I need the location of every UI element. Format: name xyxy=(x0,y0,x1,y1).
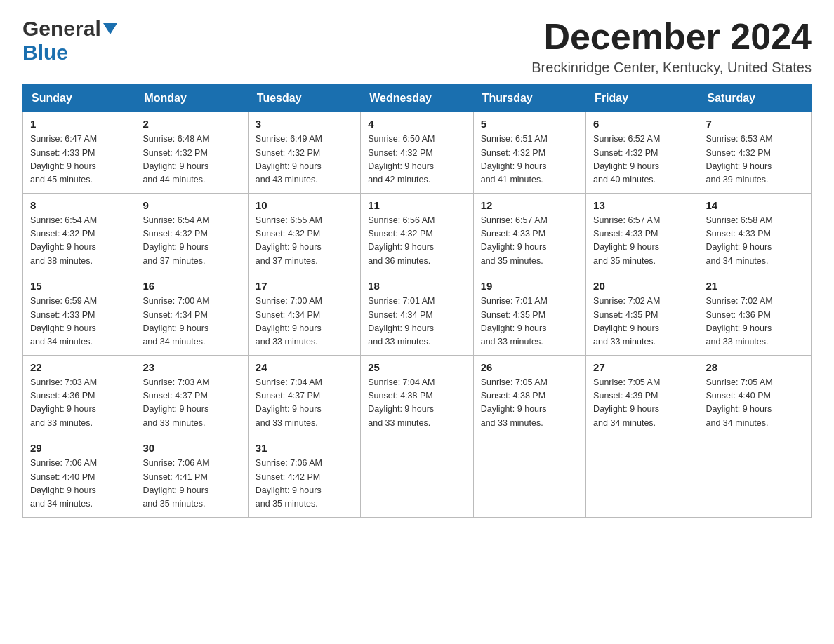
logo-triangle-icon xyxy=(103,23,117,37)
day-sun-info: Sunrise: 6:57 AMSunset: 4:33 PMDaylight:… xyxy=(593,214,691,269)
day-sun-info: Sunrise: 6:53 AMSunset: 4:32 PMDaylight:… xyxy=(706,133,804,187)
day-sun-info: Sunrise: 6:54 AMSunset: 4:32 PMDaylight:… xyxy=(30,214,128,269)
calendar-day-cell: 7Sunrise: 6:53 AMSunset: 4:32 PMDaylight… xyxy=(699,112,811,194)
calendar-week-row: 1Sunrise: 6:47 AMSunset: 4:33 PMDaylight… xyxy=(23,112,812,194)
calendar-day-cell: 27Sunrise: 7:05 AMSunset: 4:39 PMDayligh… xyxy=(586,355,699,436)
location-title: Breckinridge Center, Kentucky, United St… xyxy=(531,60,812,76)
calendar-week-row: 22Sunrise: 7:03 AMSunset: 4:36 PMDayligh… xyxy=(23,355,812,436)
day-number: 18 xyxy=(368,280,465,292)
day-sun-info: Sunrise: 7:06 AMSunset: 4:42 PMDaylight:… xyxy=(256,457,353,511)
day-sun-info: Sunrise: 7:04 AMSunset: 4:38 PMDaylight:… xyxy=(368,376,465,431)
day-number: 19 xyxy=(481,280,578,292)
calendar-day-cell: 19Sunrise: 7:01 AMSunset: 4:35 PMDayligh… xyxy=(473,274,585,356)
svg-marker-0 xyxy=(103,23,117,34)
calendar-day-cell xyxy=(586,436,699,518)
day-sun-info: Sunrise: 7:03 AMSunset: 4:36 PMDaylight:… xyxy=(30,376,128,431)
day-sun-info: Sunrise: 7:05 AMSunset: 4:40 PMDaylight:… xyxy=(706,376,804,431)
calendar-day-cell: 17Sunrise: 7:00 AMSunset: 4:34 PMDayligh… xyxy=(248,274,360,356)
day-sun-info: Sunrise: 7:02 AMSunset: 4:35 PMDaylight:… xyxy=(593,295,691,349)
day-of-week-header: Saturday xyxy=(699,85,811,112)
day-number: 7 xyxy=(706,118,804,130)
calendar-day-cell: 28Sunrise: 7:05 AMSunset: 4:40 PMDayligh… xyxy=(699,355,811,436)
day-number: 2 xyxy=(143,118,240,130)
day-of-week-header: Tuesday xyxy=(248,85,360,112)
calendar-day-cell: 23Sunrise: 7:03 AMSunset: 4:37 PMDayligh… xyxy=(135,355,248,436)
day-number: 4 xyxy=(368,118,465,130)
day-number: 23 xyxy=(143,361,240,373)
day-number: 12 xyxy=(481,199,578,211)
calendar-day-cell: 13Sunrise: 6:57 AMSunset: 4:33 PMDayligh… xyxy=(586,193,699,274)
day-number: 9 xyxy=(143,199,240,211)
day-sun-info: Sunrise: 7:06 AMSunset: 4:40 PMDaylight:… xyxy=(30,457,128,511)
calendar-day-cell xyxy=(473,436,585,518)
calendar-header-row: SundayMondayTuesdayWednesdayThursdayFrid… xyxy=(23,85,812,112)
day-sun-info: Sunrise: 6:58 AMSunset: 4:33 PMDaylight:… xyxy=(706,214,804,269)
day-of-week-header: Thursday xyxy=(473,85,585,112)
day-number: 26 xyxy=(481,361,578,373)
day-number: 16 xyxy=(143,280,240,292)
calendar-day-cell: 8Sunrise: 6:54 AMSunset: 4:32 PMDaylight… xyxy=(23,193,135,274)
day-sun-info: Sunrise: 7:02 AMSunset: 4:36 PMDaylight:… xyxy=(706,295,804,349)
title-section: December 2024 Breckinridge Center, Kentu… xyxy=(531,17,812,76)
calendar-day-cell: 30Sunrise: 7:06 AMSunset: 4:41 PMDayligh… xyxy=(135,436,248,518)
day-number: 14 xyxy=(706,199,804,211)
day-number: 21 xyxy=(706,280,804,292)
day-number: 8 xyxy=(30,199,128,211)
day-number: 30 xyxy=(143,442,240,454)
day-of-week-header: Friday xyxy=(586,85,699,112)
day-sun-info: Sunrise: 6:47 AMSunset: 4:33 PMDaylight:… xyxy=(30,133,128,187)
day-sun-info: Sunrise: 7:01 AMSunset: 4:35 PMDaylight:… xyxy=(481,295,578,349)
logo: General Blue xyxy=(22,17,117,65)
calendar-day-cell: 3Sunrise: 6:49 AMSunset: 4:32 PMDaylight… xyxy=(248,112,360,194)
day-number: 27 xyxy=(593,361,691,373)
calendar-table: SundayMondayTuesdayWednesdayThursdayFrid… xyxy=(22,84,812,518)
calendar-week-row: 29Sunrise: 7:06 AMSunset: 4:40 PMDayligh… xyxy=(23,436,812,518)
logo-blue-text: Blue xyxy=(22,41,68,64)
day-sun-info: Sunrise: 6:59 AMSunset: 4:33 PMDaylight:… xyxy=(30,295,128,349)
day-number: 22 xyxy=(30,361,128,373)
day-sun-info: Sunrise: 7:00 AMSunset: 4:34 PMDaylight:… xyxy=(143,295,240,349)
day-number: 10 xyxy=(256,199,353,211)
day-sun-info: Sunrise: 6:51 AMSunset: 4:32 PMDaylight:… xyxy=(481,133,578,187)
day-sun-info: Sunrise: 6:56 AMSunset: 4:32 PMDaylight:… xyxy=(368,214,465,269)
calendar-day-cell: 6Sunrise: 6:52 AMSunset: 4:32 PMDaylight… xyxy=(586,112,699,194)
day-of-week-header: Wednesday xyxy=(361,85,473,112)
calendar-day-cell: 24Sunrise: 7:04 AMSunset: 4:37 PMDayligh… xyxy=(248,355,360,436)
calendar-day-cell: 1Sunrise: 6:47 AMSunset: 4:33 PMDaylight… xyxy=(23,112,135,194)
calendar-day-cell: 11Sunrise: 6:56 AMSunset: 4:32 PMDayligh… xyxy=(361,193,473,274)
calendar-day-cell: 4Sunrise: 6:50 AMSunset: 4:32 PMDaylight… xyxy=(361,112,473,194)
calendar-day-cell: 25Sunrise: 7:04 AMSunset: 4:38 PMDayligh… xyxy=(361,355,473,436)
day-number: 17 xyxy=(256,280,353,292)
day-number: 28 xyxy=(706,361,804,373)
page-header: General Blue December 2024 Breckinridge … xyxy=(22,17,812,76)
calendar-week-row: 15Sunrise: 6:59 AMSunset: 4:33 PMDayligh… xyxy=(23,274,812,356)
day-number: 24 xyxy=(256,361,353,373)
day-sun-info: Sunrise: 6:50 AMSunset: 4:32 PMDaylight:… xyxy=(368,133,465,187)
calendar-day-cell: 5Sunrise: 6:51 AMSunset: 4:32 PMDaylight… xyxy=(473,112,585,194)
day-sun-info: Sunrise: 6:57 AMSunset: 4:33 PMDaylight:… xyxy=(481,214,578,269)
day-number: 11 xyxy=(368,199,465,211)
day-sun-info: Sunrise: 6:55 AMSunset: 4:32 PMDaylight:… xyxy=(256,214,353,269)
day-sun-info: Sunrise: 6:49 AMSunset: 4:32 PMDaylight:… xyxy=(256,133,353,187)
calendar-day-cell: 9Sunrise: 6:54 AMSunset: 4:32 PMDaylight… xyxy=(135,193,248,274)
day-sun-info: Sunrise: 6:48 AMSunset: 4:32 PMDaylight:… xyxy=(143,133,240,187)
calendar-day-cell: 14Sunrise: 6:58 AMSunset: 4:33 PMDayligh… xyxy=(699,193,811,274)
day-number: 29 xyxy=(30,442,128,454)
day-sun-info: Sunrise: 7:03 AMSunset: 4:37 PMDaylight:… xyxy=(143,376,240,431)
day-sun-info: Sunrise: 7:01 AMSunset: 4:34 PMDaylight:… xyxy=(368,295,465,349)
day-sun-info: Sunrise: 7:05 AMSunset: 4:38 PMDaylight:… xyxy=(481,376,578,431)
day-number: 15 xyxy=(30,280,128,292)
calendar-day-cell: 26Sunrise: 7:05 AMSunset: 4:38 PMDayligh… xyxy=(473,355,585,436)
day-number: 3 xyxy=(256,118,353,130)
calendar-day-cell: 2Sunrise: 6:48 AMSunset: 4:32 PMDaylight… xyxy=(135,112,248,194)
day-sun-info: Sunrise: 7:06 AMSunset: 4:41 PMDaylight:… xyxy=(143,457,240,511)
calendar-day-cell: 22Sunrise: 7:03 AMSunset: 4:36 PMDayligh… xyxy=(23,355,135,436)
calendar-day-cell xyxy=(361,436,473,518)
day-of-week-header: Sunday xyxy=(23,85,135,112)
calendar-day-cell: 10Sunrise: 6:55 AMSunset: 4:32 PMDayligh… xyxy=(248,193,360,274)
day-sun-info: Sunrise: 6:54 AMSunset: 4:32 PMDaylight:… xyxy=(143,214,240,269)
calendar-day-cell: 21Sunrise: 7:02 AMSunset: 4:36 PMDayligh… xyxy=(699,274,811,356)
month-title: December 2024 xyxy=(531,17,812,57)
calendar-day-cell: 29Sunrise: 7:06 AMSunset: 4:40 PMDayligh… xyxy=(23,436,135,518)
calendar-day-cell: 16Sunrise: 7:00 AMSunset: 4:34 PMDayligh… xyxy=(135,274,248,356)
